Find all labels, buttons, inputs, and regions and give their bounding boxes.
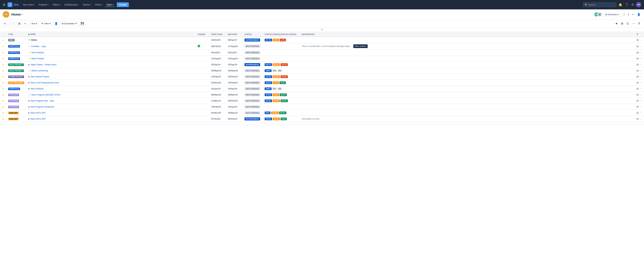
row-name-link[interactable]: Agile Project - Online store (30, 63, 56, 66)
col-status-tasks[interactable]: STATUS (TASKS) [STATUS CATEGO... (263, 32, 300, 37)
settings-icon[interactable]: ⚙ (630, 2, 634, 7)
grid-view-icon[interactable]: ⊞ (636, 57, 639, 60)
expand-icon[interactable]: ▶ (28, 76, 30, 78)
col-description[interactable]: DESCRIPTION (300, 32, 630, 37)
row-name-link[interactable]: New SAFe ART (30, 112, 46, 114)
more-actions-icon[interactable]: ⋯ (639, 75, 642, 78)
expand-icon[interactable]: ▶ (28, 106, 30, 108)
more-actions-icon[interactable]: ⋯ (639, 99, 642, 102)
col-type[interactable]: TYPE (6, 32, 26, 37)
more-actions-icon[interactable]: ⋯ (639, 63, 642, 66)
row-name-link[interactable]: Home (31, 39, 37, 41)
collapse-toolbar-button[interactable]: ⊼ (637, 21, 641, 26)
col-name[interactable]: ▶ NAME (26, 32, 196, 37)
more-toolbar-button[interactable]: ⋯ (631, 21, 636, 26)
filter-toolbar-button[interactable]: ⊞ (620, 21, 624, 26)
more-actions-icon[interactable]: ⋯ (639, 69, 642, 72)
expand-icon[interactable]: ▶ (28, 100, 30, 102)
row-name-link[interactable]: Week numbering (31, 69, 48, 72)
more-actions-icon[interactable]: ⋯ (639, 45, 642, 48)
create-button[interactable]: Create (117, 2, 129, 7)
save-button[interactable]: 💾 (79, 21, 85, 26)
cols-view-button[interactable]: ⊞ (17, 21, 22, 26)
row-name-link[interactable]: New Hybrid Project (30, 75, 49, 78)
row-name-link[interactable]: New SAFe ART (30, 118, 46, 120)
nav-apps[interactable]: Apps ▾ (105, 2, 115, 7)
grid-view-icon[interactable]: ⊞ (636, 81, 639, 84)
favorite-star[interactable]: ★ (2, 118, 4, 120)
expand-icon[interactable]: ▶ (28, 112, 30, 114)
favorite-star[interactable]: ★ (2, 69, 4, 72)
avatar-photo[interactable]: 👤 (598, 12, 602, 17)
more-actions-icon[interactable]: ⋯ (639, 93, 642, 96)
collapse-row[interactable] (0, 28, 644, 32)
col-end-date[interactable]: END DATE (226, 32, 242, 37)
favorite-star[interactable]: ★ (2, 39, 4, 41)
col-start-date[interactable]: START DATE (209, 32, 226, 37)
more-actions-icon[interactable]: ⋯ (639, 57, 642, 60)
more-actions-icon[interactable]: ⋯ (639, 105, 642, 108)
expand-icon[interactable]: ▶ (28, 82, 30, 84)
row-name-link[interactable]: Test Portfolio (31, 51, 44, 54)
col-settings[interactable]: ⚙ (630, 32, 644, 37)
grid-view-icon[interactable]: ⊞ (636, 105, 639, 108)
grid-view-icon[interactable]: ⊞ (636, 63, 639, 66)
edit-icon[interactable]: ✏ (631, 12, 635, 17)
favorite-star[interactable]: ★ (2, 93, 4, 96)
grid-view-icon[interactable]: ⊞ (636, 111, 639, 114)
help-icon[interactable]: ❓ (624, 2, 629, 7)
expand-icon[interactable]: ▶ (28, 63, 30, 66)
row-name-link[interactable]: New Program (DOCBP-1575) (31, 93, 60, 96)
add-button[interactable]: + (23, 21, 27, 26)
home-icon[interactable]: 🏠 (3, 11, 10, 18)
nav-teams[interactable]: Teams ▾ (81, 3, 92, 7)
more-actions-icon[interactable]: ⋯ (639, 111, 642, 114)
expand-icon[interactable]: ▶ (28, 88, 30, 90)
grid-view-icon[interactable]: ⊞ (636, 69, 639, 72)
favorite-star[interactable]: ★ (2, 100, 4, 102)
row-name-link[interactable]: New LeSS Requirement Area (30, 81, 59, 84)
share-icon[interactable]: ↗ (622, 12, 626, 17)
info-icon[interactable]: ℹ (627, 12, 630, 17)
grid-view-icon[interactable]: ⊞ (636, 87, 639, 90)
collapse-icon[interactable]: ▼ (28, 39, 30, 41)
more-actions-icon[interactable]: ⋯ (639, 51, 642, 54)
grid-view-icon[interactable]: ⊞ (636, 99, 639, 102)
save-toolbar-button[interactable]: ⊡ (626, 21, 630, 26)
nav-projects[interactable]: Projects ▾ (37, 3, 50, 7)
row-name-link[interactable]: New Program timeboxes (30, 106, 54, 108)
more-actions-icon[interactable]: ⋯ (639, 117, 642, 121)
grid-view-icon[interactable]: ⊞ (636, 93, 639, 96)
row-name-link[interactable]: New Portfolio (31, 57, 44, 60)
view-button[interactable]: 👁 View ▾ (40, 21, 52, 26)
nav-dashboards[interactable]: Dashboards ▾ (63, 3, 80, 7)
overview-button[interactable]: ⊞ Overview ▾ (604, 12, 620, 17)
favorite-star[interactable]: ★ (2, 106, 4, 108)
grid-view-icon[interactable]: ⊞ (636, 75, 639, 78)
star-toolbar-button[interactable]: ★ (614, 21, 619, 26)
more-actions-icon[interactable]: ⋯ (639, 87, 642, 90)
person-icon[interactable]: 👤 (636, 12, 641, 17)
search-box[interactable]: 🔍 Search (583, 2, 616, 7)
grid-view-icon[interactable]: ⊞ (636, 38, 639, 41)
col-status[interactable]: STATUS (242, 32, 263, 37)
essentials-button[interactable]: ⊞ Essentials* ▾ (60, 21, 78, 26)
col-leader[interactable]: LEADER (196, 32, 209, 37)
favorite-star[interactable]: ★ (2, 81, 4, 84)
favorite-star[interactable]: ★ (2, 45, 4, 48)
favorite-star[interactable]: ★ (2, 63, 4, 66)
grid-view-icon[interactable]: ⊞ (636, 51, 639, 54)
row-name-link[interactable]: Portfolio - copy (31, 45, 46, 48)
avatar[interactable]: PK (636, 2, 641, 7)
row-name-link[interactable]: New Portfolio (30, 87, 44, 90)
nav-filters[interactable]: Filters ▾ (51, 3, 62, 7)
rows-view-button[interactable]: ⋮⋮ (8, 21, 16, 26)
more-actions-icon[interactable]: ⋯ (639, 81, 642, 84)
logo[interactable]: J Jira (8, 2, 18, 7)
person-filter-button[interactable]: 👤 (53, 21, 59, 26)
page-title[interactable]: Home ▾ (12, 12, 22, 16)
grid-view-icon[interactable]: ⊞ (636, 45, 639, 48)
sort-button[interactable]: ↕ Sort ▾ (28, 21, 39, 26)
notifications-icon[interactable]: 🔔 (618, 2, 623, 7)
grid-icon[interactable]: ⊞ (3, 3, 6, 7)
